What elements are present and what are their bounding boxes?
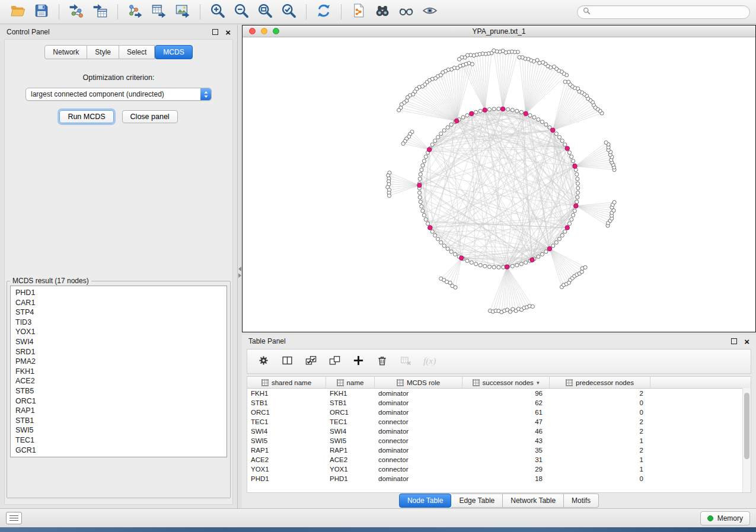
deselect-all-button[interactable] (326, 352, 343, 370)
network-canvas[interactable] (243, 37, 755, 332)
mcds-result-item[interactable]: SRD1 (11, 347, 227, 357)
zoom-out-button[interactable] (229, 2, 253, 21)
clone-network-button[interactable] (347, 2, 371, 21)
table-header-row: shared namenameMCDS rolesuccessor nodes▾… (247, 377, 751, 389)
import-table-button[interactable] (88, 2, 112, 21)
open-session-button[interactable] (6, 2, 30, 21)
show-all-button[interactable] (418, 2, 442, 21)
tab-motifs[interactable]: Motifs (564, 493, 599, 508)
vertical-splitter[interactable] (238, 25, 242, 508)
float-table-panel-icon[interactable] (731, 338, 737, 344)
column-header-predecessor-nodes[interactable]: predecessor nodes (550, 377, 650, 388)
task-list-button[interactable] (6, 512, 22, 524)
close-panel-icon[interactable]: × (225, 28, 231, 37)
zoom-sel-icon (281, 3, 296, 21)
mcds-result-item[interactable]: SWI5 (11, 425, 227, 435)
mcds-result-item[interactable]: TID3 (11, 318, 227, 328)
cell: connector (375, 456, 462, 463)
column-header-shared-name[interactable]: shared name (247, 377, 326, 388)
mcds-result-item[interactable]: RAP1 (11, 406, 227, 416)
table-row[interactable]: SWI5SWI5connector431 (247, 436, 751, 446)
table-row[interactable]: YOX1YOX1connector291 (247, 464, 751, 474)
table-body: FKH1FKH1dominator962STB1STB1dominator620… (247, 389, 751, 492)
export-image-button[interactable] (171, 2, 194, 21)
tab-style[interactable]: Style (87, 45, 119, 59)
zoom-selected-button[interactable] (277, 2, 301, 21)
mcds-result-group: MCDS result (17 nodes) PHD1CAR1STP4TID3Y… (7, 277, 231, 498)
import-network-button[interactable] (65, 2, 88, 21)
node-table: shared namenameMCDS rolesuccessor nodes▾… (247, 376, 751, 493)
mcds-result-item[interactable]: CAR1 (11, 298, 227, 308)
cell: 1 (550, 466, 650, 473)
optimization-criterion-select[interactable]: largest connected component (undirected) (25, 88, 212, 101)
tab-node-table[interactable]: Node Table (399, 493, 452, 508)
show-glasses-button[interactable] (394, 2, 418, 21)
svg-text:f(x): f(x) (423, 355, 436, 366)
scrollbar-thumb[interactable] (744, 393, 749, 459)
mcds-panel: Network Style Select MCDS Optimization c… (4, 39, 233, 505)
mcds-result-item[interactable]: FKH1 (11, 367, 227, 377)
table-row[interactable]: STB1STB1dominator620 (247, 398, 751, 408)
table-row[interactable]: TEC1TEC1connector472 (247, 417, 751, 427)
select-all-button[interactable] (302, 352, 320, 370)
mcds-result-item[interactable]: PMA2 (11, 357, 227, 367)
search-box[interactable] (577, 5, 750, 19)
delete-column-button[interactable] (373, 352, 391, 370)
maximize-window-icon[interactable] (273, 28, 279, 34)
column-header-successor-nodes[interactable]: successor nodes▾ (462, 377, 550, 388)
splitter-handle-icon[interactable] (238, 267, 241, 278)
run-mcds-button[interactable]: Run MCDS (59, 110, 113, 123)
delete-table-button (397, 352, 414, 370)
zoom-in-button[interactable] (206, 2, 229, 21)
close-mcds-panel-button[interactable]: Close panel (122, 110, 178, 123)
mcds-result-item[interactable]: YOX1 (11, 327, 227, 337)
mcds-result-item[interactable]: ORC1 (11, 396, 227, 406)
table-row[interactable]: SWI4SWI4dominator462 (247, 427, 751, 436)
tab-edge-table[interactable]: Edge Table (451, 493, 503, 508)
doc-share-icon (351, 3, 366, 21)
table-row[interactable]: PHD1PHD1dominator180 (247, 474, 751, 483)
tab-mcds[interactable]: MCDS (155, 45, 192, 59)
minimize-window-icon[interactable] (261, 28, 267, 34)
close-table-panel-icon[interactable]: × (744, 337, 749, 346)
column-settings-button[interactable] (254, 352, 272, 370)
export-network-button[interactable] (123, 2, 147, 21)
table-row[interactable]: ORC1ORC1dominator610 (247, 408, 751, 417)
mcds-result-item[interactable]: TEC1 (11, 435, 227, 446)
column-header-MCDS-role[interactable]: MCDS role (375, 377, 462, 388)
save-session-button[interactable] (30, 2, 53, 21)
cell: 0 (550, 409, 650, 416)
memory-label: Memory (717, 514, 743, 523)
mcds-result-item[interactable]: STB5 (11, 386, 227, 396)
find-button[interactable] (371, 2, 394, 21)
cytoscape-window: Control Panel × Network Style Select MCD… (0, 0, 756, 532)
search-input[interactable] (594, 7, 744, 17)
refresh-network-button[interactable] (312, 2, 336, 21)
cell: 35 (462, 447, 550, 454)
tab-network[interactable]: Network (44, 45, 87, 59)
column-header-name[interactable]: name (326, 377, 375, 388)
table-row[interactable]: RAP1RAP1dominator352 (247, 446, 751, 455)
tab-select[interactable]: Select (119, 45, 155, 59)
mcds-result-item[interactable]: STP4 (11, 307, 227, 318)
float-panel-icon[interactable] (212, 29, 218, 35)
table-row[interactable]: ACE2ACE2connector311 (247, 455, 751, 464)
mcds-result-item[interactable]: SWI4 (11, 337, 227, 347)
mcds-result-item[interactable]: GCR1 (11, 446, 227, 456)
mcds-result-list[interactable]: PHD1CAR1STP4TID3YOX1SWI4SRD1PMA2FKH1ACE2… (10, 286, 227, 457)
mcds-result-item[interactable]: PHD1 (11, 288, 227, 298)
table-scrollbar[interactable] (742, 388, 751, 492)
table-row[interactable]: FKH1FKH1dominator962 (247, 389, 751, 398)
cell: dominator (375, 399, 462, 406)
export-table-button[interactable] (147, 2, 171, 21)
cell: connector (375, 437, 462, 444)
memory-button[interactable]: Memory (700, 511, 750, 525)
mcds-result-item[interactable]: STB1 (11, 416, 227, 426)
mcds-result-item[interactable]: ACE2 (11, 376, 227, 386)
add-column-button[interactable] (349, 352, 367, 370)
zoom-fit-button[interactable] (253, 2, 277, 21)
toggle-columns-button[interactable] (278, 352, 296, 370)
cell: 62 (462, 399, 550, 406)
close-window-icon[interactable] (249, 28, 256, 34)
tab-network-table[interactable]: Network Table (503, 493, 564, 508)
